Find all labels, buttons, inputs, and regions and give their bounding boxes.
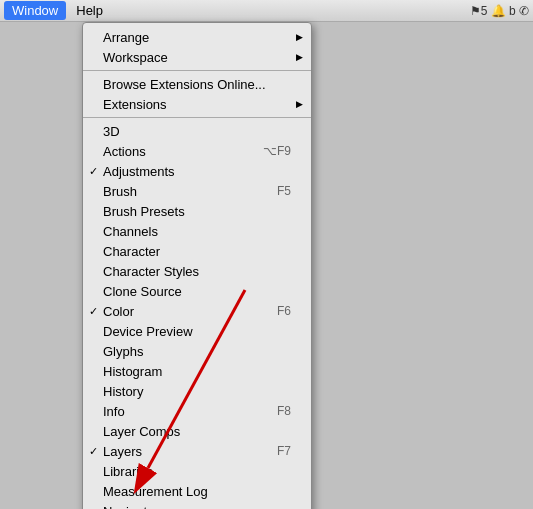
menu-bar-icons: ⚑5 🔔 b ✆ <box>470 4 529 18</box>
menu-item-3d[interactable]: 3D <box>83 121 311 141</box>
menu-item-character-styles[interactable]: Character Styles <box>83 261 311 281</box>
menu-item-workspace[interactable]: Workspace <box>83 47 311 67</box>
libraries-label: Libraries <box>103 464 153 479</box>
device-preview-label: Device Preview <box>103 324 193 339</box>
menu-item-character[interactable]: Character <box>83 241 311 261</box>
adjustments-check: ✓ <box>89 165 98 178</box>
character-label: Character <box>103 244 160 259</box>
menu-item-device-preview[interactable]: Device Preview <box>83 321 311 341</box>
clone-source-label: Clone Source <box>103 284 182 299</box>
extensions-label: Extensions <box>103 97 167 112</box>
menu-item-layers[interactable]: ✓ Layers F7 <box>83 441 311 461</box>
menu-item-brush-presets[interactable]: Brush Presets <box>83 201 311 221</box>
info-shortcut: F8 <box>257 404 291 418</box>
histogram-label: Histogram <box>103 364 162 379</box>
color-shortcut: F6 <box>257 304 291 318</box>
menu-item-arrange[interactable]: Arrange <box>83 27 311 47</box>
icon-badge: ⚑5 🔔 b ✆ <box>470 4 529 18</box>
brush-shortcut: F5 <box>257 184 291 198</box>
adjustments-label: Adjustments <box>103 164 175 179</box>
window-menu[interactable]: Window <box>4 1 66 20</box>
workspace-label: Workspace <box>103 50 168 65</box>
actions-label: Actions <box>103 144 146 159</box>
history-label: History <box>103 384 143 399</box>
arrange-label: Arrange <box>103 30 149 45</box>
menu-item-channels[interactable]: Channels <box>83 221 311 241</box>
actions-shortcut: ⌥F9 <box>243 144 291 158</box>
measurement-log-label: Measurement Log <box>103 484 208 499</box>
window-dropdown: Arrange Workspace Browse Extensions Onli… <box>82 22 312 509</box>
menu-item-browse-extensions[interactable]: Browse Extensions Online... <box>83 74 311 94</box>
color-check: ✓ <box>89 305 98 318</box>
layers-check: ✓ <box>89 445 98 458</box>
menu-item-glyphs[interactable]: Glyphs <box>83 341 311 361</box>
menu-item-adjustments[interactable]: ✓ Adjustments <box>83 161 311 181</box>
menu-item-color[interactable]: ✓ Color F6 <box>83 301 311 321</box>
brush-presets-label: Brush Presets <box>103 204 185 219</box>
channels-label: Channels <box>103 224 158 239</box>
menu-item-actions[interactable]: Actions ⌥F9 <box>83 141 311 161</box>
layers-shortcut: F7 <box>257 444 291 458</box>
brush-label: Brush <box>103 184 137 199</box>
glyphs-label: Glyphs <box>103 344 143 359</box>
color-label: Color <box>103 304 134 319</box>
menu-item-histogram[interactable]: Histogram <box>83 361 311 381</box>
divider-2 <box>83 117 311 118</box>
menu-item-navigator[interactable]: Navigator <box>83 501 311 509</box>
menu-item-measurement-log[interactable]: Measurement Log <box>83 481 311 501</box>
info-label: Info <box>103 404 125 419</box>
character-styles-label: Character Styles <box>103 264 199 279</box>
divider-1 <box>83 70 311 71</box>
menu-bar: Window Help ⚑5 🔔 b ✆ <box>0 0 533 22</box>
browse-extensions-label: Browse Extensions Online... <box>103 77 266 92</box>
menu-item-info[interactable]: Info F8 <box>83 401 311 421</box>
layers-label: Layers <box>103 444 142 459</box>
help-menu[interactable]: Help <box>68 1 111 20</box>
layer-comps-label: Layer Comps <box>103 424 180 439</box>
menu-item-clone-source[interactable]: Clone Source <box>83 281 311 301</box>
menu-item-layer-comps[interactable]: Layer Comps <box>83 421 311 441</box>
menu-item-libraries[interactable]: Libraries <box>83 461 311 481</box>
navigator-label: Navigator <box>103 504 159 510</box>
menu-item-brush[interactable]: Brush F5 <box>83 181 311 201</box>
menu-item-history[interactable]: History <box>83 381 311 401</box>
menu-item-extensions[interactable]: Extensions <box>83 94 311 114</box>
3d-label: 3D <box>103 124 120 139</box>
